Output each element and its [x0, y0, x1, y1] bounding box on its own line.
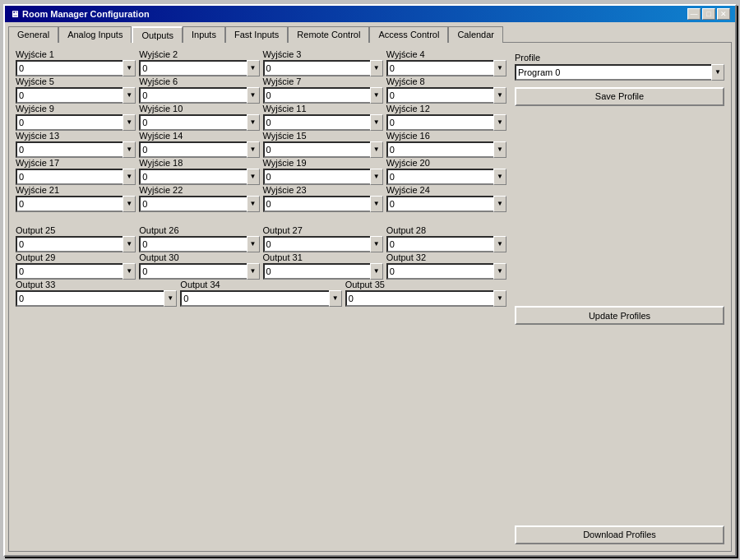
output-label: Wyjście 9 [16, 104, 136, 113]
output-row: Wyjście 90▼Wyjście 100▼Wyjście 110▼Wyjśc… [16, 104, 506, 131]
output-group: Wyjście 30▼ [263, 49, 383, 76]
output-select[interactable]: 0 [16, 236, 136, 252]
tab-outputs[interactable]: Outputs [132, 26, 183, 43]
tab-remote-control[interactable]: Remote Control [288, 26, 369, 43]
title-bar: 🖥 Room Manager Configuration — □ ✕ [5, 6, 735, 22]
output-select[interactable]: 0 [263, 196, 383, 212]
output-select-wrapper: 0▼ [16, 114, 136, 131]
save-profile-button[interactable]: Save Profile [515, 87, 724, 106]
output-label: Output 26 [139, 225, 259, 235]
output-row: Wyjście 50▼Wyjście 60▼Wyjście 70▼Wyjście… [16, 76, 506, 104]
output-select[interactable]: 0 [139, 263, 259, 280]
output-select[interactable]: 0 [139, 236, 259, 252]
output-label: Wyjście 12 [386, 104, 506, 113]
output-label: Output 34 [180, 280, 341, 289]
close-button[interactable]: ✕ [717, 8, 730, 20]
output-row: Output 290▼Output 300▼Output 310▼Output … [16, 252, 506, 280]
output-label: Wyjście 16 [386, 131, 506, 141]
output-label: Output 32 [386, 252, 506, 262]
output-select[interactable]: 0 [139, 169, 259, 185]
output-row: Wyjście 10▼Wyjście 20▼Wyjście 30▼Wyjście… [16, 49, 506, 76]
profile-select[interactable]: Program 0 [515, 64, 724, 81]
output-group: Wyjście 220▼ [139, 185, 259, 212]
output-select[interactable]: 0 [386, 87, 506, 104]
output-group: Output 260▼ [139, 225, 259, 252]
output-select[interactable]: 0 [139, 60, 259, 76]
output-select[interactable]: 0 [263, 263, 383, 280]
output-group: Output 270▼ [263, 225, 383, 252]
output-select[interactable]: 0 [386, 141, 506, 158]
output-select-wrapper: 0▼ [386, 196, 506, 212]
output-select[interactable]: 0 [386, 169, 506, 185]
tab-fast-inputs[interactable]: Fast Inputs [225, 26, 288, 43]
output-select-wrapper: 0▼ [139, 169, 259, 185]
output-select[interactable]: 0 [386, 196, 506, 212]
output-select[interactable]: 0 [139, 196, 259, 212]
output-select-wrapper: 0▼ [386, 141, 506, 158]
output-group: Output 300▼ [139, 252, 259, 280]
output-group: Output 330▼ [16, 280, 177, 307]
tab-calendar[interactable]: Calendar [448, 26, 503, 43]
output-label: Output 28 [386, 225, 506, 235]
output-select-wrapper: 0▼ [263, 60, 383, 76]
output-select[interactable]: 0 [345, 290, 506, 307]
output-row: Wyjście 170▼Wyjście 180▼Wyjście 190▼Wyjś… [16, 158, 506, 185]
output-group: Output 280▼ [386, 225, 506, 252]
output-select-wrapper: 0▼ [386, 263, 506, 280]
output-select[interactable]: 0 [16, 290, 177, 307]
tab-inputs[interactable]: Inputs [183, 26, 225, 43]
output-select[interactable]: 0 [16, 263, 136, 280]
output-select[interactable]: 0 [263, 236, 383, 252]
tab-access-control[interactable]: Access Control [369, 26, 448, 43]
output-select-wrapper: 0▼ [263, 263, 383, 280]
output-select-wrapper: 0▼ [16, 196, 136, 212]
output-label: Wyjście 24 [386, 185, 506, 195]
output-select[interactable]: 0 [263, 60, 383, 76]
output-select[interactable]: 0 [16, 87, 136, 104]
output-select[interactable]: 0 [180, 290, 341, 307]
output-group: Wyjście 120▼ [386, 104, 506, 131]
output-select-wrapper: 0▼ [263, 114, 383, 131]
output-select[interactable]: 0 [386, 60, 506, 76]
output-select[interactable]: 0 [263, 87, 383, 104]
output-select[interactable]: 0 [386, 236, 506, 252]
output-select-wrapper: 0▼ [345, 290, 506, 307]
output-group: Wyjście 140▼ [139, 131, 259, 158]
download-profiles-button[interactable]: Download Profiles [515, 525, 724, 544]
output-group: Output 320▼ [386, 252, 506, 280]
output-label: Wyjście 15 [263, 131, 383, 141]
output-group: Output 310▼ [263, 252, 383, 280]
output-group: Wyjście 10▼ [16, 49, 136, 76]
maximize-button[interactable]: □ [702, 8, 715, 20]
output-select[interactable]: 0 [263, 114, 383, 131]
output-select[interactable]: 0 [139, 114, 259, 131]
profile-label: Profile [515, 53, 724, 62]
main-window: 🖥 Room Manager Configuration — □ ✕ Gener… [3, 4, 737, 557]
output-select-wrapper: 0▼ [386, 60, 506, 76]
output-select[interactable]: 0 [263, 141, 383, 158]
output-label: Wyjście 19 [263, 158, 383, 168]
output-select-wrapper: 0▼ [386, 114, 506, 131]
output-select-wrapper: 0▼ [139, 60, 259, 76]
output-select[interactable]: 0 [139, 141, 259, 158]
output-select-wrapper: 0▼ [386, 236, 506, 252]
output-select[interactable]: 0 [386, 263, 506, 280]
output-select[interactable]: 0 [16, 114, 136, 131]
output-select-wrapper: 0▼ [139, 114, 259, 131]
app-icon: 🖥 [10, 9, 19, 19]
outputs-right-panel: Profile Program 0 ▼ Save Profile Update … [515, 49, 724, 544]
output-select[interactable]: 0 [16, 60, 136, 76]
output-group: Wyjście 50▼ [16, 76, 136, 104]
output-select[interactable]: 0 [16, 141, 136, 158]
output-select[interactable]: 0 [139, 87, 259, 104]
tab-general[interactable]: General [8, 26, 58, 43]
output-label: Wyjście 21 [16, 185, 136, 195]
tab-analog-inputs[interactable]: Analog Inputs [58, 26, 132, 43]
update-profiles-button[interactable]: Update Profiles [515, 306, 724, 325]
output-group: Output 350▼ [345, 280, 506, 307]
output-select[interactable]: 0 [386, 114, 506, 131]
output-select[interactable]: 0 [16, 169, 136, 185]
output-select[interactable]: 0 [263, 169, 383, 185]
minimize-button[interactable]: — [687, 8, 701, 20]
output-select[interactable]: 0 [16, 196, 136, 212]
